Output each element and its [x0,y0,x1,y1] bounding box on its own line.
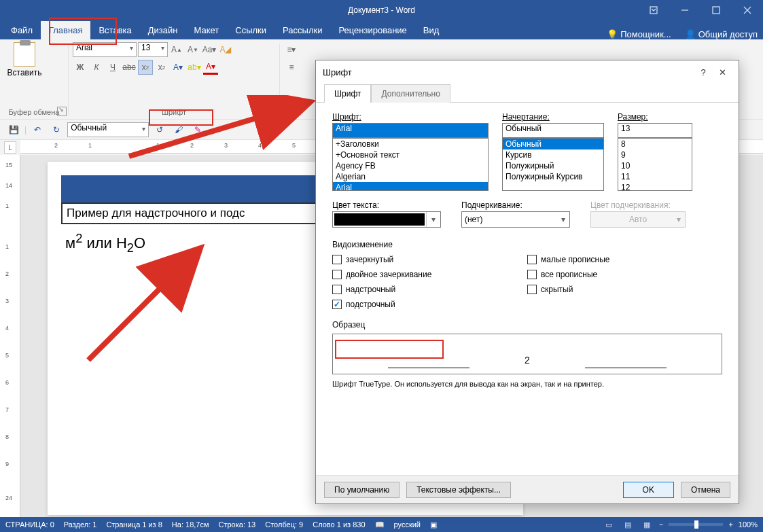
font-color-button[interactable]: A▾ [203,60,218,75]
format-painter-button[interactable]: 🖌 [171,122,187,138]
tab-insert[interactable]: Вставка [90,21,139,39]
clipboard-launcher[interactable] [57,107,67,116]
list-item[interactable]: Arial [333,182,488,191]
underline-combo[interactable]: (нет) [461,211,570,228]
view-print-layout[interactable]: ▤ [621,518,635,531]
ok-button[interactable]: OK [623,482,674,498]
italic-button[interactable]: К [89,60,104,75]
status-section[interactable]: Раздел: 1 [64,520,97,529]
text-color-combo[interactable] [332,211,441,228]
tab-design[interactable]: Дизайн [140,21,186,39]
list-item[interactable]: 12 [618,182,692,191]
view-read-mode[interactable]: ▭ [602,518,616,531]
share-button[interactable]: 👤 Общий доступ [685,29,758,39]
font-name-combo[interactable]: Arial [73,42,137,57]
minimize-button[interactable] [669,0,700,20]
tab-file[interactable]: Файл [3,21,41,39]
checkbox-double-strikethrough[interactable]: двойное зачеркивание [332,270,527,279]
list-item[interactable]: Обычный [503,139,603,149]
checkbox-superscript[interactable]: надстрочный [332,285,527,294]
shrink-font-button[interactable]: A▼ [185,42,200,57]
clear-formatting-button[interactable]: A◢ [218,42,233,57]
list-item[interactable]: Agency FB [333,160,488,171]
style-listbox[interactable]: Обычный Курсив Полужирный Полужирный Кур… [502,138,604,191]
underline-button[interactable]: Ч [105,60,120,75]
checkbox-small-caps[interactable]: малые прописные [527,255,722,264]
zoom-out-button[interactable]: − [659,520,663,529]
list-item[interactable]: 10 [618,160,692,171]
zoom-in-button[interactable]: + [728,520,732,529]
tab-review[interactable]: Рецензирование [330,21,414,39]
size-listbox[interactable]: 8 9 10 11 12 [618,138,692,191]
tab-references[interactable]: Ссылки [227,21,274,39]
tab-home[interactable]: Главная [41,21,90,39]
qat-more-button[interactable]: ✎ [190,122,206,138]
close-button[interactable] [732,0,763,20]
dialog-tab-advanced[interactable]: Дополнительно [371,84,450,103]
status-spell-icon[interactable]: 📖 [375,520,385,529]
strikethrough-button[interactable]: abc [122,60,137,75]
zoom-slider[interactable] [669,523,723,526]
status-language[interactable]: русский [394,520,421,529]
status-word-count[interactable]: Слово 1 из 830 [313,520,365,529]
size-input[interactable]: 13 [618,123,692,138]
zoom-level[interactable]: 100% [739,520,758,529]
set-default-button[interactable]: По умолчанию [324,482,400,498]
cancel-button[interactable]: Отмена [681,482,730,498]
redo-button[interactable]: ↻ [48,122,65,138]
save-button[interactable]: 💾 [5,122,22,138]
tab-layout[interactable]: Макет [185,21,227,39]
ruler-tick: 3 [224,142,228,149]
bullets-button[interactable]: ≡▾ [284,42,299,57]
change-case-button[interactable]: Aa▾ [202,42,217,57]
list-item[interactable]: 8 [618,139,692,149]
status-line[interactable]: Строка: 13 [219,520,256,529]
style-combo[interactable]: Обычный [67,122,149,137]
tell-me[interactable]: Помощник... [620,29,671,39]
status-macro-icon[interactable]: ▣ [430,520,437,529]
subscript-button[interactable]: x2 [138,60,153,75]
dialog-titlebar[interactable]: Шрифт ? ✕ [316,60,739,84]
tab-mailings[interactable]: Рассылки [274,21,330,39]
status-column[interactable]: Столбец: 9 [265,520,303,529]
status-page-of[interactable]: Страница 1 из 8 [106,520,162,529]
checkbox-hidden[interactable]: скрытый [527,285,722,294]
tab-view[interactable]: Вид [415,21,448,39]
checkbox-subscript[interactable]: подстрочный [332,300,527,309]
maximize-button[interactable] [700,0,732,20]
dialog-close-button[interactable]: ✕ [713,63,732,82]
checkbox-all-caps[interactable]: все прописные [527,270,722,279]
ruler-vertical[interactable]: 15 14 1 1 2 3 4 5 6 7 8 9 24 [0,155,20,517]
undo-button[interactable]: ↶ [29,122,46,138]
list-item[interactable]: +Заголовки [333,139,488,149]
font-launcher[interactable] [268,107,278,116]
list-item[interactable]: +Основной текст [333,149,488,160]
text-effects-button[interactable]: A▾ [171,60,185,75]
paste-button[interactable]: Вставить [4,42,45,77]
status-position[interactable]: На: 18,7см [172,520,209,529]
list-item[interactable]: Полужирный Курсив [503,171,603,182]
list-item[interactable]: Algerian [333,171,488,182]
status-page[interactable]: СТРАНИЦА: 0 [5,520,54,529]
grow-font-button[interactable]: A▲ [169,42,184,57]
checkbox-strikethrough[interactable]: зачеркнутый [332,255,527,264]
highlight-button[interactable]: ab▾ [187,60,202,75]
bold-button[interactable]: Ж [73,60,88,75]
dialog-tab-font[interactable]: Шрифт [324,84,371,103]
align-button[interactable]: ≡ [284,60,299,75]
repeat-button[interactable]: ↺ [152,122,168,138]
list-item[interactable]: Курсив [503,149,603,160]
font-size-combo[interactable]: 13 [138,42,168,57]
ruler-corner[interactable]: L [4,141,16,154]
ribbon-display-options[interactable] [638,0,669,20]
font-listbox[interactable]: +Заголовки +Основной текст Agency FB Alg… [332,138,489,191]
list-item[interactable]: 11 [618,171,692,182]
list-item[interactable]: 9 [618,149,692,160]
style-input[interactable]: Обычный [502,123,604,138]
superscript-button[interactable]: x2 [154,60,169,75]
text-effects-button[interactable]: Текстовые эффекты... [406,482,511,498]
list-item[interactable]: Полужирный [503,160,603,171]
font-input[interactable]: Arial [332,123,489,138]
dialog-help-button[interactable]: ? [694,63,713,82]
view-web-layout[interactable]: ▦ [640,518,654,531]
